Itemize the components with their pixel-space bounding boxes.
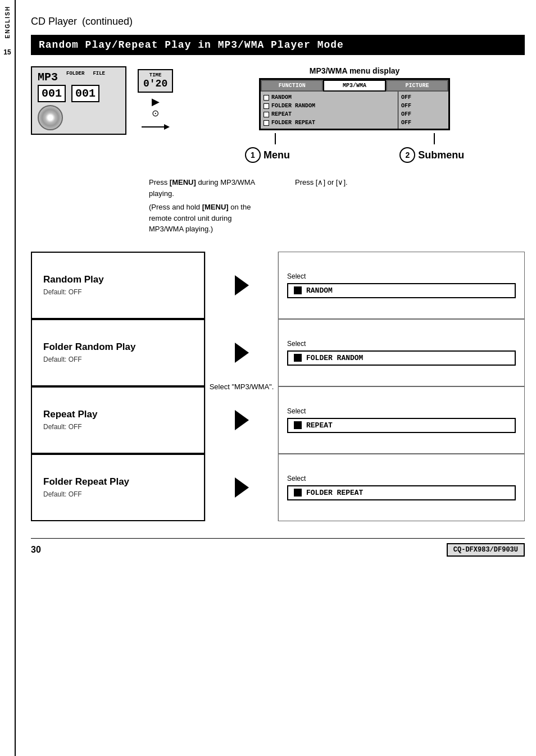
select-box-random: Select RANDOM <box>278 252 525 319</box>
menu-display-container: MP3/WMA menu display FUNCTION MP3/WMA PI… <box>184 66 525 163</box>
page-header: CD Player (continued) <box>31 8 525 29</box>
play-mode-random-title: Random Play <box>43 274 193 285</box>
time-value: 0'20 <box>143 78 167 89</box>
select-option-folder-repeat: FOLDER REPEAT <box>287 485 516 500</box>
arrow-icon-3 <box>235 410 249 430</box>
circle-1: 1 <box>245 147 261 163</box>
folder-random-label: FOLDER RANDOM <box>271 103 315 109</box>
select-label-folder-random: Select <box>287 340 516 348</box>
black-square-random <box>294 286 302 294</box>
play-mode-repeat-default: Default: OFF <box>43 423 193 431</box>
file-label: FILE <box>93 71 105 84</box>
submenu-row-2: OFF <box>400 102 447 110</box>
disc-icon: ⊙ <box>152 108 159 119</box>
flow-diagram: Random Play Default: OFF Folder Random P… <box>31 252 525 521</box>
circle-2: 2 <box>399 147 415 163</box>
tab-mp3wma: MP3/WMA <box>323 80 385 92</box>
submenu-row-4: OFF <box>400 119 447 127</box>
submenu-row-1: OFF <box>400 93 447 102</box>
menu-display-label: MP3/WMA menu display <box>184 66 525 75</box>
repeat-label: REPEAT <box>271 111 292 117</box>
instructions: Press [MENU] during MP3/WMA playing. (Pr… <box>31 177 525 235</box>
model-number: CQ-DFX983/DF903U <box>447 543 525 557</box>
checkbox-folder-repeat <box>264 120 269 126</box>
menu-instruction: Press [MENU] during MP3/WMA playing. <box>149 177 261 199</box>
page-footer: 30 CQ-DFX983/DF903U <box>31 538 525 557</box>
side-number: 15 <box>3 48 11 56</box>
menu-annotation: 1 Menu <box>245 147 290 163</box>
submenu-val-4: OFF <box>401 120 411 126</box>
select-label-random: Select <box>287 272 516 280</box>
arrow-icon-1 <box>235 275 249 295</box>
time-icons: ▶ ⊙ <box>152 95 160 119</box>
menu-instruction-block: Press [MENU] during MP3/WMA playing. (Pr… <box>149 177 261 235</box>
tab-picture: PICTURE <box>386 80 448 92</box>
play-modes: Random Play Default: OFF Folder Random P… <box>31 252 205 521</box>
folder-value: 001 <box>38 85 66 102</box>
select-box-folder-random: Select FOLDER RANDOM <box>278 319 525 386</box>
submenu-val-1: OFF <box>401 94 411 101</box>
select-label-folder-repeat: Select <box>287 475 516 482</box>
menu-instruction2: (Press and hold [MENU] on the remote con… <box>149 202 261 235</box>
select-option-repeat: REPEAT <box>287 418 516 433</box>
arrow-3 <box>206 386 278 454</box>
play-mode-folder-random-title: Folder Random Play <box>43 341 193 353</box>
menu-item-folder-random: FOLDER RANDOM <box>262 102 396 110</box>
select-boxes: Select RANDOM Select FOLDER RANDOM Selec… <box>278 252 525 521</box>
select-option-random: RANDOM <box>287 283 516 298</box>
play-mode-folder-random-default: Default: OFF <box>43 356 193 363</box>
play-mode-random-default: Default: OFF <box>43 288 193 296</box>
menu-tabs: FUNCTION MP3/WMA PICTURE <box>261 80 448 92</box>
menu-item-random: RANDOM <box>262 93 396 102</box>
display-area: MP3 FOLDER FILE 001 001 TIME 0'20 ▶ <box>31 66 525 163</box>
submenu-row-3: OFF <box>400 110 447 119</box>
page-number: 30 <box>31 545 41 555</box>
play-mode-repeat-title: Repeat Play <box>43 409 193 420</box>
play-mode-folder-repeat-title: Folder Repeat Play <box>43 476 193 488</box>
select-option-text-folder-random: FOLDER RANDOM <box>306 354 363 362</box>
menu-submenu: OFF OFF OFF OFF <box>398 92 448 129</box>
select-box-folder-repeat: Select FOLDER REPEAT <box>278 454 525 521</box>
submenu-instruction-block: Press [∧] or [∨]. <box>295 177 348 235</box>
arrow-4 <box>206 454 278 521</box>
select-label-repeat: Select <box>287 407 516 415</box>
time-label: TIME <box>143 72 167 78</box>
select-option-text-repeat: REPEAT <box>306 421 333 430</box>
menu-screen: FUNCTION MP3/WMA PICTURE RANDOM FOLDER R… <box>259 78 450 130</box>
mp3-display: MP3 FOLDER FILE 001 001 <box>31 66 126 135</box>
folder-label: FOLDER <box>66 71 84 84</box>
arrow-1 <box>206 252 278 319</box>
title-suffix: (continued) <box>82 16 133 27</box>
play-mode-random: Random Play Default: OFF <box>31 252 205 319</box>
play-mode-repeat: Repeat Play Default: OFF <box>31 386 205 454</box>
play-mode-folder-repeat-default: Default: OFF <box>43 490 193 498</box>
cd-icon <box>38 105 63 130</box>
time-display: TIME 0'20 <box>138 69 173 93</box>
mp3-label: MP3 <box>38 71 58 84</box>
arrows-area: Select "MP3/WMA". <box>205 252 278 521</box>
menu-items: RANDOM FOLDER RANDOM REPEAT FOLDER <box>261 92 398 129</box>
menu-item-repeat: REPEAT <box>262 110 396 119</box>
submenu-annotation: 2 Submenu <box>399 147 464 163</box>
black-square-folder-random <box>294 354 302 362</box>
submenu-label-text: Submenu <box>418 149 464 161</box>
file-value: 001 <box>71 85 99 102</box>
checkbox-repeat <box>264 112 269 117</box>
tab-function: FUNCTION <box>261 80 323 92</box>
select-option-folder-random: FOLDER RANDOM <box>287 350 516 366</box>
play-icon: ▶ <box>152 95 160 108</box>
arrow-icon-2 <box>235 343 249 363</box>
arrow-icon-4 <box>235 477 249 498</box>
select-option-text-random: RANDOM <box>306 286 333 295</box>
submenu-val-3: OFF <box>401 111 411 117</box>
checkbox-folder-random <box>264 103 269 109</box>
select-box-repeat: Select REPEAT <box>278 386 525 454</box>
menu-body: RANDOM FOLDER RANDOM REPEAT FOLDER <box>261 92 448 129</box>
submenu-instruction: Press [∧] or [∨]. <box>295 177 348 188</box>
arrow-2 <box>206 319 278 386</box>
menu-label-text: Menu <box>264 149 290 161</box>
play-mode-folder-random: Folder Random Play Default: OFF <box>31 319 205 386</box>
section-heading: Random Play/Repeat Play in MP3/WMA Playe… <box>31 35 525 55</box>
checkbox-random <box>264 95 269 101</box>
title-text: CD Player <box>31 16 77 27</box>
